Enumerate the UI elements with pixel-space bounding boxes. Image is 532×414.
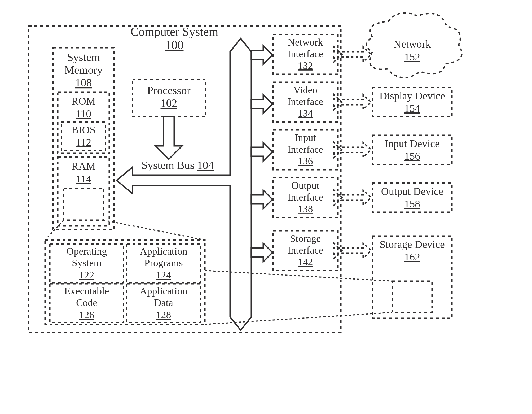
svg-text:158: 158: [404, 198, 420, 210]
zoom-line-left: [45, 220, 64, 240]
appdata-label-1: Application: [140, 285, 187, 297]
processor-num: 102: [161, 97, 177, 109]
bios-label: BIOS: [71, 124, 95, 136]
exe-label-1: Executable: [64, 285, 109, 297]
apps-label-2: Programs: [144, 257, 183, 268]
svg-text:132: 132: [298, 60, 313, 71]
svg-text:Storage Device: Storage Device: [380, 238, 445, 250]
rom-num: 110: [76, 108, 91, 120]
bus-branches: [251, 46, 272, 262]
svg-text:142: 142: [298, 256, 313, 267]
svg-text:162: 162: [404, 251, 420, 263]
apps-num: 124: [156, 269, 171, 281]
svg-text:Output Device: Output Device: [381, 185, 443, 197]
os-num: 122: [79, 269, 94, 281]
bios-num: 112: [76, 136, 91, 148]
svg-text:Input: Input: [295, 132, 316, 143]
rom-label: ROM: [71, 95, 95, 107]
appdata-label-2: Data: [154, 297, 173, 308]
zoom-line-right: [103, 220, 205, 240]
svg-text:Network: Network: [288, 37, 323, 48]
svg-text:Display Device: Display Device: [379, 90, 445, 102]
processor-bus-arrow-icon: [156, 117, 182, 159]
network-label: Network: [394, 38, 431, 50]
exe-num: 126: [79, 309, 94, 320]
svg-text:Output: Output: [291, 180, 319, 191]
computer-system-label: Computer System: [131, 25, 218, 38]
processor-label: Processor: [147, 84, 190, 97]
computer-system-num: 100: [165, 38, 184, 52]
svg-text:Input Device: Input Device: [385, 138, 440, 150]
interfaces: Network Interface 132 Video Interface 13…: [273, 34, 338, 271]
svg-text:Storage: Storage: [290, 233, 321, 244]
appdata-num: 128: [156, 309, 171, 320]
ram-label: RAM: [71, 160, 95, 172]
svg-text:138: 138: [298, 203, 313, 214]
svg-text:156: 156: [404, 150, 420, 162]
system-memory-label-1: System: [67, 51, 100, 63]
svg-text:Interface: Interface: [288, 144, 323, 155]
network-num: 152: [404, 51, 420, 63]
interface-device-arrows: [334, 47, 371, 258]
system-memory-label-2: Memory: [64, 64, 103, 76]
system-memory-num: 108: [75, 77, 92, 89]
svg-text:Interface: Interface: [288, 191, 323, 203]
exe-label-2: Code: [76, 297, 97, 308]
storage-inner-box: [392, 281, 432, 312]
os-label-2: System: [72, 257, 102, 268]
computer-system-diagram: Computer System 100 System Memory 108 RO…: [0, 0, 532, 414]
ram-inner-box: [64, 188, 103, 220]
svg-text:Interface: Interface: [288, 96, 323, 107]
svg-text:Interface: Interface: [288, 245, 323, 256]
bus-label: System Bus 104: [141, 159, 214, 171]
svg-text:134: 134: [298, 108, 313, 119]
external-devices: Display Device 154 Input Device 156 Outp…: [372, 88, 452, 318]
svg-text:154: 154: [404, 102, 420, 114]
ram-num: 114: [76, 173, 91, 185]
os-label-1: Operating: [67, 246, 107, 257]
apps-label-1: Application: [140, 246, 187, 257]
svg-text:136: 136: [298, 155, 313, 167]
svg-text:Video: Video: [293, 84, 318, 95]
svg-text:Interface: Interface: [288, 48, 323, 59]
